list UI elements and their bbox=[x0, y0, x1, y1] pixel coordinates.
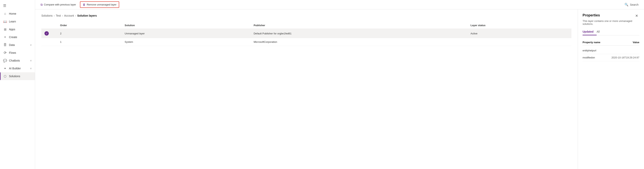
column-header-order bbox=[41, 22, 57, 29]
search-label: Search bbox=[630, 3, 638, 6]
chevron-down-icon: ∨ bbox=[30, 59, 32, 62]
flows-icon: ⟳ bbox=[3, 51, 7, 55]
close-button[interactable]: ✕ bbox=[634, 13, 639, 18]
chatbots-icon: 💬 bbox=[3, 59, 7, 63]
home-icon: ⌂ bbox=[3, 12, 7, 16]
trash-icon: 🗑 bbox=[83, 3, 86, 6]
selected-checkmark: ✓ bbox=[44, 31, 49, 36]
chevron-down-icon: ∨ bbox=[30, 67, 32, 70]
sidebar-item-home[interactable]: ⌂ Home bbox=[0, 10, 35, 18]
props-table-header: Property name Value bbox=[582, 39, 639, 46]
prop-row: modifiedon 2020-10-16T19:29:24:97 bbox=[582, 54, 639, 61]
tab-updated[interactable]: Updated bbox=[582, 29, 596, 35]
compare-label: Compare with previous layer bbox=[44, 3, 76, 6]
solutions-icon: ⬡ bbox=[3, 74, 7, 78]
sidebar-item-label: Create bbox=[9, 36, 17, 39]
row-order: 1 bbox=[57, 38, 122, 46]
main-content: ⧉ Compare with previous layer 🗑 Remove u… bbox=[35, 0, 644, 169]
sidebar-item-label: Learn bbox=[9, 20, 16, 23]
properties-table: Property name Value entityhelpurl modifi… bbox=[582, 39, 639, 61]
row-publisher: MicrosoftCorporation bbox=[250, 38, 467, 46]
table-row[interactable]: ✓ 2 Unmanaged layer Default Publisher fo… bbox=[41, 29, 572, 38]
properties-header: Properties ✕ bbox=[582, 13, 639, 18]
row-order: 2 bbox=[57, 29, 122, 38]
search-bar[interactable]: 🔍 Search bbox=[622, 2, 641, 8]
toolbar: ⧉ Compare with previous layer 🗑 Remove u… bbox=[35, 0, 644, 9]
sidebar-item-chatbots[interactable]: 💬 Chatbots ∨ bbox=[0, 57, 35, 65]
prop-row: entityhelpurl bbox=[582, 47, 639, 54]
breadcrumb: Solutions › Test › Account › Solution la… bbox=[41, 14, 572, 17]
remove-unmanaged-button[interactable]: 🗑 Remove unmanaged layer bbox=[80, 1, 119, 8]
sidebar-item-solutions[interactable]: ⬡ Solutions bbox=[0, 72, 35, 80]
row-solution: System bbox=[122, 38, 250, 46]
properties-panel: Properties ✕ This layer contains one or … bbox=[578, 9, 644, 169]
row-check-cell: ✓ bbox=[41, 29, 57, 38]
breadcrumb-test[interactable]: Test bbox=[56, 14, 61, 17]
column-header-solution: Solution bbox=[122, 22, 250, 29]
sidebar: ☰ ⌂ Home 📖 Learn ⊞ Apps + Create 🗄 Data … bbox=[0, 0, 35, 169]
sidebar-item-create[interactable]: + Create bbox=[0, 33, 35, 41]
prop-value: 2020-10-16T19:29:24:97 bbox=[612, 56, 639, 59]
data-icon: 🗄 bbox=[3, 43, 7, 47]
breadcrumb-separator: › bbox=[75, 14, 76, 17]
prop-value-header: Value bbox=[633, 41, 639, 44]
prop-name: entityhelpurl bbox=[582, 49, 596, 52]
sidebar-item-label: Solutions bbox=[9, 75, 20, 78]
ai-builder-icon: ✦ bbox=[3, 66, 7, 70]
breadcrumb-solutions[interactable]: Solutions bbox=[41, 14, 53, 17]
remove-label: Remove unmanaged layer bbox=[87, 3, 116, 6]
column-header-order-num: Order bbox=[57, 22, 122, 29]
column-header-publisher: Publisher bbox=[250, 22, 467, 29]
hamburger-menu[interactable]: ☰ bbox=[0, 2, 35, 10]
compare-icon: ⧉ bbox=[40, 3, 43, 7]
column-header-layer-status: Layer status bbox=[468, 22, 572, 29]
sidebar-item-apps[interactable]: ⊞ Apps bbox=[0, 25, 35, 33]
row-publisher: Default Publisher for orgbe1fed61 bbox=[250, 29, 467, 38]
sidebar-item-label: AI Builder bbox=[9, 67, 21, 70]
properties-title: Properties bbox=[582, 13, 600, 17]
sidebar-item-learn[interactable]: 📖 Learn bbox=[0, 18, 35, 25]
main-panel: Solutions › Test › Account › Solution la… bbox=[35, 9, 578, 169]
chevron-down-icon: ∨ bbox=[30, 44, 32, 46]
row-layer-status bbox=[468, 38, 572, 46]
learn-icon: 📖 bbox=[3, 20, 7, 24]
row-check-cell bbox=[41, 38, 57, 46]
row-solution: Unmanaged layer bbox=[122, 29, 250, 38]
table-row[interactable]: 1 System MicrosoftCorporation bbox=[41, 38, 572, 46]
tab-all[interactable]: All bbox=[596, 29, 603, 35]
sidebar-item-ai-builder[interactable]: ✦ AI Builder ∨ bbox=[0, 65, 35, 72]
breadcrumb-separator: › bbox=[62, 14, 63, 17]
compare-button[interactable]: ⧉ Compare with previous layer bbox=[38, 2, 78, 8]
row-layer-status: Active bbox=[468, 29, 572, 38]
breadcrumb-account[interactable]: Account bbox=[64, 14, 74, 17]
create-icon: + bbox=[3, 35, 7, 39]
prop-name: modifiedon bbox=[582, 56, 595, 59]
breadcrumb-current: Solution layers bbox=[77, 14, 97, 17]
sidebar-item-label: Apps bbox=[9, 28, 15, 31]
sidebar-item-label: Home bbox=[9, 12, 16, 15]
prop-name-header: Property name bbox=[582, 41, 600, 44]
sidebar-item-label: Data bbox=[9, 43, 15, 47]
sidebar-item-flows[interactable]: ⟳ Flows bbox=[0, 49, 35, 57]
breadcrumb-separator: › bbox=[54, 14, 55, 17]
content-area: Solutions › Test › Account › Solution la… bbox=[35, 9, 644, 169]
apps-icon: ⊞ bbox=[3, 27, 7, 31]
properties-tabs: Updated All bbox=[582, 29, 639, 35]
search-icon: 🔍 bbox=[624, 3, 628, 7]
sidebar-item-label: Chatbots bbox=[9, 59, 20, 62]
sidebar-item-label: Flows bbox=[9, 51, 16, 54]
solution-layers-table: Order Solution Publisher Layer status ✓ … bbox=[41, 22, 572, 46]
properties-subtitle: This layer contains one or more unmanage… bbox=[582, 20, 639, 25]
sidebar-item-data[interactable]: 🗄 Data ∨ bbox=[0, 41, 35, 49]
